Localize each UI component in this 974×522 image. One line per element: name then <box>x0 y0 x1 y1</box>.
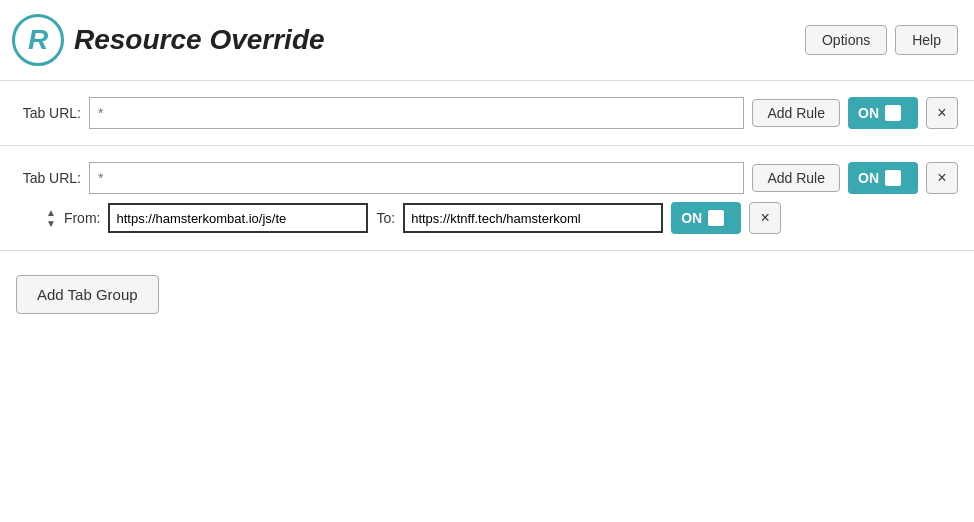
toggle-label-2: ON <box>858 170 879 186</box>
tab-url-row-1: Tab URL: Add Rule ON × <box>16 97 958 129</box>
toggle-square-2 <box>885 170 901 186</box>
rule-row-1: ▲ ▼ From: To: ON × <box>16 202 958 234</box>
toggle-square-1 <box>885 105 901 121</box>
header: R Resource Override Options Help <box>0 0 974 81</box>
close-button-2[interactable]: × <box>926 162 958 194</box>
header-left: R Resource Override <box>12 14 325 66</box>
close-button-1[interactable]: × <box>926 97 958 129</box>
logo-icon: R <box>28 24 48 56</box>
header-buttons: Options Help <box>805 25 958 55</box>
toggle-label-rule-1: ON <box>681 210 702 226</box>
to-input[interactable] <box>403 203 663 233</box>
from-label: From: <box>64 210 101 226</box>
logo-circle: R <box>12 14 64 66</box>
sort-arrows-icon[interactable]: ▲ ▼ <box>46 207 56 229</box>
tab-group-2: Tab URL: Add Rule ON × ▲ ▼ From: <box>0 146 974 251</box>
tab-url-input-2[interactable] <box>89 162 744 194</box>
options-button[interactable]: Options <box>805 25 887 55</box>
add-rule-button-1[interactable]: Add Rule <box>752 99 840 127</box>
tab-url-input-1[interactable] <box>89 97 744 129</box>
from-input[interactable] <box>108 203 368 233</box>
toggle-button-rule-1[interactable]: ON <box>671 202 741 234</box>
app-title: Resource Override <box>74 24 325 56</box>
toggle-button-1[interactable]: ON <box>848 97 918 129</box>
tab-url-label-1: Tab URL: <box>16 105 81 121</box>
help-button[interactable]: Help <box>895 25 958 55</box>
rules-area-2: ▲ ▼ From: To: ON × <box>16 202 958 234</box>
toggle-button-2[interactable]: ON <box>848 162 918 194</box>
tab-url-row-2: Tab URL: Add Rule ON × <box>16 162 958 194</box>
tab-group-1: Tab URL: Add Rule ON × <box>0 81 974 146</box>
tab-url-label-2: Tab URL: <box>16 170 81 186</box>
arrow-up-icon: ▲ <box>46 207 56 218</box>
close-button-rule-1[interactable]: × <box>749 202 781 234</box>
add-rule-button-2[interactable]: Add Rule <box>752 164 840 192</box>
main-content: Tab URL: Add Rule ON × Tab URL: Add Rule… <box>0 81 974 350</box>
toggle-square-rule-1 <box>708 210 724 226</box>
arrow-down-icon: ▼ <box>46 218 56 229</box>
app-container: R Resource Override Options Help Tab URL… <box>0 0 974 350</box>
toggle-label-1: ON <box>858 105 879 121</box>
to-label: To: <box>376 210 395 226</box>
add-tab-group-button[interactable]: Add Tab Group <box>16 275 159 314</box>
